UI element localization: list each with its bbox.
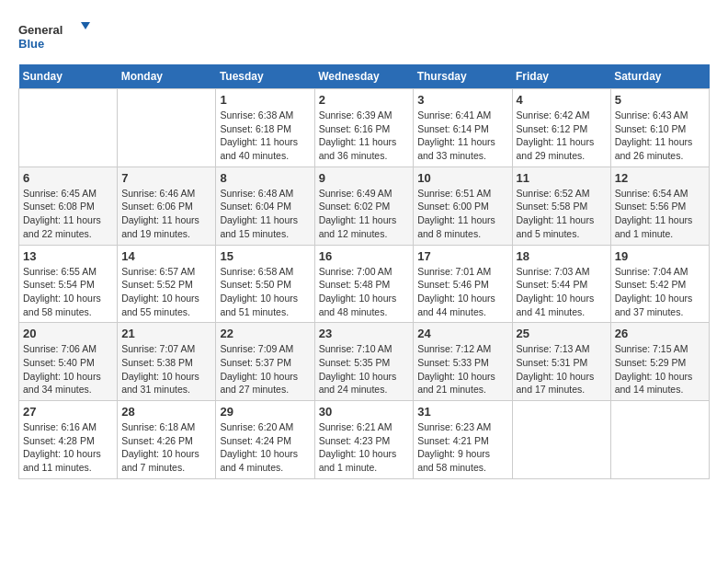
day-info: Sunrise: 7:06 AMSunset: 5:40 PMDaylight:… — [23, 342, 113, 396]
day-number: 5 — [615, 93, 705, 107]
day-info: Sunrise: 6:51 AMSunset: 6:00 PMDaylight:… — [417, 187, 507, 241]
weekday-header-tuesday: Tuesday — [216, 64, 314, 89]
calendar-cell: 22Sunrise: 7:09 AMSunset: 5:37 PMDayligh… — [216, 323, 314, 401]
calendar-cell: 2Sunrise: 6:39 AMSunset: 6:16 PMDaylight… — [314, 89, 414, 167]
day-info: Sunrise: 7:07 AMSunset: 5:38 PMDaylight:… — [121, 342, 211, 396]
day-info: Sunrise: 7:01 AMSunset: 5:46 PMDaylight:… — [417, 265, 507, 319]
calendar-cell: 1Sunrise: 6:38 AMSunset: 6:18 PMDaylight… — [216, 89, 314, 167]
day-number: 29 — [220, 405, 310, 419]
calendar-cell: 24Sunrise: 7:12 AMSunset: 5:33 PMDayligh… — [414, 323, 512, 401]
day-number: 26 — [615, 327, 705, 340]
day-number: 2 — [319, 93, 410, 107]
day-info: Sunrise: 6:58 AMSunset: 5:50 PMDaylight:… — [220, 265, 310, 319]
calendar-cell: 19Sunrise: 7:04 AMSunset: 5:42 PMDayligh… — [610, 245, 709, 323]
day-number: 24 — [417, 327, 507, 340]
calendar-cell: 18Sunrise: 7:03 AMSunset: 5:44 PMDayligh… — [512, 245, 610, 323]
day-number: 22 — [220, 327, 310, 340]
calendar-cell: 9Sunrise: 6:49 AMSunset: 6:02 PMDaylight… — [314, 167, 414, 245]
day-info: Sunrise: 6:55 AMSunset: 5:54 PMDaylight:… — [23, 265, 113, 319]
weekday-header-thursday: Thursday — [414, 64, 512, 89]
header-row: SundayMondayTuesdayWednesdayThursdayFrid… — [19, 64, 710, 89]
calendar-cell: 10Sunrise: 6:51 AMSunset: 6:00 PMDayligh… — [414, 167, 512, 245]
calendar-cell: 14Sunrise: 6:57 AMSunset: 5:52 PMDayligh… — [118, 245, 216, 323]
day-number: 14 — [121, 249, 211, 263]
weekday-header-sunday: Sunday — [19, 64, 118, 89]
day-number: 6 — [23, 171, 113, 185]
calendar-table: SundayMondayTuesdayWednesdayThursdayFrid… — [18, 64, 710, 479]
day-info: Sunrise: 7:13 AMSunset: 5:31 PMDaylight:… — [517, 342, 607, 396]
day-number: 27 — [23, 405, 113, 419]
day-number: 31 — [417, 405, 507, 419]
day-number: 9 — [319, 171, 410, 185]
week-row-1: 1Sunrise: 6:38 AMSunset: 6:18 PMDaylight… — [19, 89, 710, 167]
calendar-cell: 23Sunrise: 7:10 AMSunset: 5:35 PMDayligh… — [314, 323, 414, 401]
day-info: Sunrise: 6:21 AMSunset: 4:23 PMDaylight:… — [319, 420, 410, 475]
day-info: Sunrise: 7:09 AMSunset: 5:37 PMDaylight:… — [220, 342, 310, 396]
calendar-cell: 17Sunrise: 7:01 AMSunset: 5:46 PMDayligh… — [414, 245, 512, 323]
day-info: Sunrise: 6:45 AMSunset: 6:08 PMDaylight:… — [23, 187, 113, 241]
day-number: 1 — [220, 93, 310, 107]
calendar-cell: 25Sunrise: 7:13 AMSunset: 5:31 PMDayligh… — [512, 323, 610, 401]
day-number: 8 — [220, 171, 310, 185]
logo: General Blue — [18, 18, 92, 55]
day-number: 30 — [319, 405, 410, 419]
calendar-cell — [610, 401, 709, 479]
svg-text:Blue: Blue — [18, 37, 44, 51]
svg-text:General: General — [18, 23, 63, 37]
calendar-cell — [118, 89, 216, 167]
day-info: Sunrise: 7:10 AMSunset: 5:35 PMDaylight:… — [319, 342, 410, 396]
calendar-cell: 13Sunrise: 6:55 AMSunset: 5:54 PMDayligh… — [19, 245, 118, 323]
calendar-cell: 30Sunrise: 6:21 AMSunset: 4:23 PMDayligh… — [314, 401, 414, 479]
weekday-header-monday: Monday — [118, 64, 216, 89]
calendar-cell: 27Sunrise: 6:16 AMSunset: 4:28 PMDayligh… — [19, 401, 118, 479]
day-number: 16 — [319, 249, 410, 263]
day-number: 7 — [121, 171, 211, 185]
calendar-cell: 8Sunrise: 6:48 AMSunset: 6:04 PMDaylight… — [216, 167, 314, 245]
calendar-cell: 28Sunrise: 6:18 AMSunset: 4:26 PMDayligh… — [118, 401, 216, 479]
calendar-cell: 15Sunrise: 6:58 AMSunset: 5:50 PMDayligh… — [216, 245, 314, 323]
day-number: 23 — [319, 327, 410, 340]
calendar-cell: 26Sunrise: 7:15 AMSunset: 5:29 PMDayligh… — [610, 323, 709, 401]
day-info: Sunrise: 6:42 AMSunset: 6:12 PMDaylight:… — [517, 109, 607, 163]
day-number: 28 — [121, 405, 211, 419]
day-number: 13 — [23, 249, 113, 263]
day-info: Sunrise: 6:52 AMSunset: 5:58 PMDaylight:… — [517, 187, 607, 241]
calendar-cell: 6Sunrise: 6:45 AMSunset: 6:08 PMDaylight… — [19, 167, 118, 245]
day-number: 3 — [417, 93, 507, 107]
weekday-header-wednesday: Wednesday — [314, 64, 414, 89]
day-info: Sunrise: 6:38 AMSunset: 6:18 PMDaylight:… — [220, 109, 310, 163]
day-info: Sunrise: 7:15 AMSunset: 5:29 PMDaylight:… — [615, 342, 705, 396]
day-number: 4 — [517, 93, 607, 107]
calendar-cell: 3Sunrise: 6:41 AMSunset: 6:14 PMDaylight… — [414, 89, 512, 167]
day-info: Sunrise: 6:16 AMSunset: 4:28 PMDaylight:… — [23, 420, 113, 475]
day-number: 21 — [121, 327, 211, 340]
calendar-cell — [19, 89, 118, 167]
day-number: 18 — [517, 249, 607, 263]
calendar-cell: 5Sunrise: 6:43 AMSunset: 6:10 PMDaylight… — [610, 89, 709, 167]
day-info: Sunrise: 6:23 AMSunset: 4:21 PMDaylight:… — [417, 420, 507, 475]
calendar-cell: 12Sunrise: 6:54 AMSunset: 5:56 PMDayligh… — [610, 167, 709, 245]
day-info: Sunrise: 6:46 AMSunset: 6:06 PMDaylight:… — [121, 187, 211, 241]
calendar-cell: 11Sunrise: 6:52 AMSunset: 5:58 PMDayligh… — [512, 167, 610, 245]
day-info: Sunrise: 6:57 AMSunset: 5:52 PMDaylight:… — [121, 265, 211, 319]
calendar-cell: 7Sunrise: 6:46 AMSunset: 6:06 PMDaylight… — [118, 167, 216, 245]
day-info: Sunrise: 6:48 AMSunset: 6:04 PMDaylight:… — [220, 187, 310, 241]
calendar-cell: 16Sunrise: 7:00 AMSunset: 5:48 PMDayligh… — [314, 245, 414, 323]
week-row-3: 13Sunrise: 6:55 AMSunset: 5:54 PMDayligh… — [19, 245, 710, 323]
day-number: 20 — [23, 327, 113, 340]
week-row-4: 20Sunrise: 7:06 AMSunset: 5:40 PMDayligh… — [19, 323, 710, 401]
day-info: Sunrise: 7:00 AMSunset: 5:48 PMDaylight:… — [319, 265, 410, 319]
day-info: Sunrise: 7:03 AMSunset: 5:44 PMDaylight:… — [517, 265, 607, 319]
logo-svg: General Blue — [18, 18, 92, 55]
day-info: Sunrise: 6:20 AMSunset: 4:24 PMDaylight:… — [220, 420, 310, 475]
calendar-cell: 4Sunrise: 6:42 AMSunset: 6:12 PMDaylight… — [512, 89, 610, 167]
day-number: 11 — [517, 171, 607, 185]
day-number: 15 — [220, 249, 310, 263]
day-info: Sunrise: 6:54 AMSunset: 5:56 PMDaylight:… — [615, 187, 705, 241]
calendar-cell: 29Sunrise: 6:20 AMSunset: 4:24 PMDayligh… — [216, 401, 314, 479]
day-info: Sunrise: 7:12 AMSunset: 5:33 PMDaylight:… — [417, 342, 507, 396]
day-number: 17 — [417, 249, 507, 263]
day-number: 10 — [417, 171, 507, 185]
svg-marker-2 — [81, 22, 90, 29]
calendar-cell — [512, 401, 610, 479]
